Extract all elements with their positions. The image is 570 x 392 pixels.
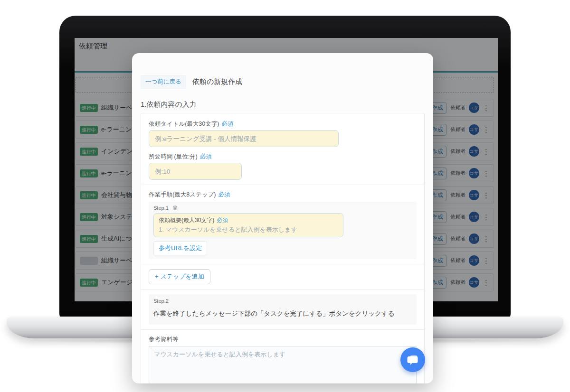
add-step-button[interactable]: + ステップを追加 <box>149 269 210 284</box>
required-badge: 必須 <box>218 191 230 198</box>
laptop-mockup: 依頼管理 進行中組織サーベイ回規作成依頼者コサ⋮進行中e-ラーニング:規作成依頼… <box>0 0 570 392</box>
divider <box>141 264 424 264</box>
step1-summary-label: 依頼概要(最大30文字)必須 <box>159 216 338 224</box>
request-title-input[interactable] <box>149 130 339 147</box>
step1-header: Step.1 <box>153 205 412 211</box>
back-button[interactable]: 一つ前に戻る <box>141 75 186 89</box>
required-badge: 必須 <box>200 153 212 160</box>
step1-summary-box[interactable]: 依頼概要(最大30文字)必須 1. マウスカーソルを乗せると記入例を表示します <box>153 213 343 237</box>
required-badge: 必須 <box>217 217 228 224</box>
steps-field-label: 作業手順(最大8ステップ)必須 <box>149 191 417 199</box>
step1-block: Step.1 依頼概要(最大30文字)必須 1. マウスカーソルを乗せると記入例… <box>149 202 417 259</box>
chat-bubble-icon <box>406 353 419 366</box>
step2-label: Step.2 <box>153 298 412 304</box>
request-form-panel: 依頼タイトル(最大30文字)必須 所要時間 (単位:分)必須 作業手順(最大8ス… <box>141 113 425 383</box>
modal-title: 依頼の新規作成 <box>192 77 242 86</box>
reference-label: 参考資料等 <box>149 336 417 344</box>
modal-header: 一つ前に戻る 依頼の新規作成 <box>141 75 425 89</box>
new-request-modal: 一つ前に戻る 依頼の新規作成 1.依頼内容の入力 依頼タイトル(最大30文字)必… <box>132 53 433 383</box>
required-badge: 必須 <box>221 121 233 127</box>
reference-textarea[interactable] <box>149 346 417 383</box>
duration-field-label: 所要時間 (単位:分)必須 <box>149 153 417 161</box>
step2-block: Step.2 作業を終了したらメッセージ下部の「タスクを完了にする」ボタンをクリ… <box>149 294 417 325</box>
title-field-label: 依頼タイトル(最大30文字)必須 <box>149 120 417 128</box>
chat-widget-button[interactable] <box>400 347 425 372</box>
section-heading: 1.依頼内容の入力 <box>141 100 425 109</box>
divider <box>141 329 424 330</box>
divider <box>141 289 424 289</box>
duration-input[interactable] <box>149 163 242 180</box>
step1-summary-placeholder: 1. マウスカーソルを乗せると記入例を表示します <box>159 225 338 234</box>
trash-icon[interactable] <box>172 205 178 211</box>
step1-label: Step.1 <box>153 205 169 211</box>
step2-text: 作業を終了したらメッセージ下部の「タスクを完了にする」ボタンをクリックする <box>153 309 412 318</box>
set-reference-url-button[interactable]: 参考URLを設定 <box>153 241 207 255</box>
divider <box>141 185 424 185</box>
